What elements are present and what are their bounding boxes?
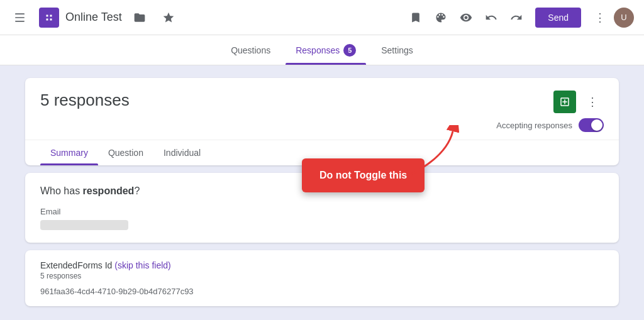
accepting-responses-row: Accepting responses — [25, 113, 619, 137]
email-value-blurred — [40, 220, 128, 230]
email-label: Email — [40, 207, 604, 216]
extended-forms-subtitle: 5 responses — [40, 272, 604, 280]
send-button[interactable]: Send — [535, 8, 581, 28]
bookmark-icon-button[interactable] — [404, 6, 427, 29]
palette-icon-button[interactable] — [430, 6, 452, 29]
responses-title: 5 responses — [40, 91, 130, 110]
card-tab-summary[interactable]: Summary — [40, 140, 98, 165]
card-tab-individual[interactable]: Individual — [153, 140, 211, 165]
more-options-button[interactable]: ⋮ — [589, 6, 611, 29]
warning-box: Do not Toggle this — [302, 158, 425, 192]
star-icon-button[interactable] — [157, 6, 180, 29]
svg-rect-2 — [15, 21, 25, 22]
topbar: Online Test Send ⋮ U — [0, 0, 644, 35]
preview-icon-button[interactable] — [455, 6, 477, 29]
extended-forms-title: ExtendedForms Id (skip this field) — [40, 260, 604, 270]
app-icon — [39, 8, 59, 28]
responses-card-header: 5 responses ⋮ — [25, 78, 619, 113]
folder-icon-button[interactable] — [128, 6, 151, 29]
main-content: 5 responses ⋮ Accepting responses Summar… — [0, 65, 644, 319]
tab-questions[interactable]: Questions — [221, 35, 280, 65]
accepting-label: Accepting responses — [496, 121, 572, 130]
add-to-sheets-button[interactable] — [553, 91, 576, 113]
avatar[interactable]: U — [614, 8, 634, 28]
app-title: Online Test — [65, 11, 122, 24]
undo-icon-button[interactable] — [480, 6, 502, 29]
svg-rect-1 — [15, 17, 25, 18]
topbar-left: Online Test — [10, 6, 404, 29]
redo-icon-button[interactable] — [505, 6, 528, 29]
tab-settings[interactable]: Settings — [371, 35, 423, 65]
responses-badge: 5 — [343, 44, 356, 57]
toggle-thumb — [591, 119, 602, 131]
card-tab-question[interactable]: Question — [98, 140, 153, 165]
card-header-actions: ⋮ — [553, 91, 604, 113]
extended-forms-value: 961faa36-4cd4-4710-9b29-0b4d76277c93 — [40, 287, 604, 296]
warning-overlay: Do not Toggle this — [302, 158, 425, 192]
extended-forms-card: ExtendedForms Id (skip this field) 5 res… — [25, 250, 619, 306]
accepting-toggle[interactable] — [579, 118, 604, 132]
responses-card: 5 responses ⋮ Accepting responses Summar… — [25, 78, 619, 165]
svg-rect-0 — [15, 13, 25, 14]
topbar-right: Send ⋮ U — [404, 6, 634, 29]
menu-button[interactable] — [10, 6, 33, 29]
responses-more-options[interactable]: ⋮ — [581, 91, 604, 113]
warning-text: Do not Toggle this — [319, 170, 407, 180]
tabs-bar: Questions Responses 5 Settings — [0, 35, 644, 65]
tab-responses[interactable]: Responses 5 — [286, 35, 366, 65]
skip-link[interactable]: (skip this field) — [114, 260, 170, 270]
